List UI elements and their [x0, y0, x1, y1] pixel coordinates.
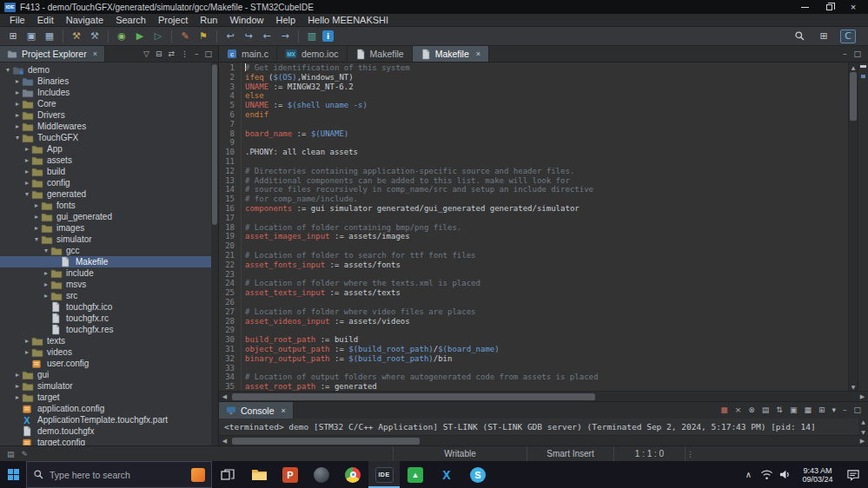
- tray-chevron-up-icon[interactable]: ∧: [740, 470, 757, 479]
- tree-item-drivers[interactable]: ▸Drivers: [0, 109, 218, 121]
- code-content[interactable]: # Get identification of this systemifeq …: [242, 63, 848, 391]
- touchgfx-designer-icon[interactable]: ▲: [400, 461, 431, 488]
- filter-icon[interactable]: ▽: [143, 50, 149, 58]
- expander-closed-icon[interactable]: ▸: [13, 100, 22, 108]
- editor-tab-demo-ioc[interactable]: MXdemo.ioc: [277, 46, 348, 62]
- menu-hello-meenakshi[interactable]: Hello MEENAKSHI: [301, 14, 394, 26]
- code-line[interactable]: [245, 364, 848, 373]
- toolbar-cpp-perspective-button[interactable]: C: [840, 30, 856, 43]
- status-grip-icon[interactable]: ⋮: [686, 446, 694, 461]
- tree-item-makefile[interactable]: Makefile: [0, 256, 218, 267]
- code-line[interactable]: board_name := $(UNAME): [245, 129, 848, 139]
- code-line[interactable]: object_output_path := $(build_root_path)…: [245, 345, 848, 354]
- tree-item-simulator[interactable]: ▸simulator: [0, 380, 218, 392]
- toolbar-save-icon[interactable]: ▣: [23, 30, 39, 43]
- clear-console-icon[interactable]: ▤: [762, 406, 770, 414]
- menu-window[interactable]: Window: [223, 14, 269, 26]
- remove-launch-icon[interactable]: ×: [735, 406, 742, 414]
- pin-console-icon[interactable]: ▣: [790, 406, 798, 414]
- tree-item-touchgfx-ico[interactable]: touchgfx.ico: [0, 301, 218, 313]
- console-output[interactable]: <terminated> demo [STM32 C/C++ Applicati…: [219, 419, 868, 435]
- taskbar-search[interactable]: Type here to search: [26, 461, 212, 488]
- expander-closed-icon[interactable]: ▸: [13, 89, 22, 96]
- toolbar-search-icon[interactable]: [792, 30, 807, 43]
- toolbar-pencil-icon[interactable]: ✎: [177, 30, 193, 43]
- scroll-lock-icon[interactable]: ⇅: [776, 406, 783, 414]
- tree-item-simulator[interactable]: ▾simulator: [0, 234, 218, 245]
- minimize-view-icon[interactable]: –: [843, 50, 847, 58]
- tree-item-app[interactable]: ▸App: [0, 143, 218, 155]
- code-line[interactable]: [245, 241, 848, 251]
- code-line[interactable]: [245, 326, 848, 335]
- tree-item-includes[interactable]: ▸Includes: [0, 87, 218, 98]
- tree-item-applicationtemplate-touchgfx-part[interactable]: XApplicationTemplate.touchgfx.part: [0, 414, 218, 425]
- scroll-up-icon[interactable]: ▲: [849, 63, 858, 71]
- code-line[interactable]: # source files recursively in comp_name/…: [245, 185, 848, 195]
- open-console-icon[interactable]: ⊞: [818, 406, 825, 414]
- code-line[interactable]: # Location of output folders where autog…: [245, 373, 848, 382]
- expander-closed-icon[interactable]: ▸: [23, 337, 31, 345]
- tree-item-texts[interactable]: ▸texts: [0, 335, 218, 346]
- action-center-icon[interactable]: [842, 469, 865, 481]
- toolbar-info-icon[interactable]: i: [322, 30, 334, 42]
- expander-closed-icon[interactable]: ▸: [23, 168, 31, 175]
- code-line[interactable]: # Location of folder where the texts.xml…: [245, 279, 848, 288]
- expander-closed-icon[interactable]: ▸: [32, 201, 41, 209]
- annotation-mark[interactable]: [861, 75, 865, 78]
- minimize-view-icon[interactable]: –: [843, 406, 847, 414]
- start-button[interactable]: [0, 461, 26, 488]
- file-explorer-icon[interactable]: [243, 461, 275, 488]
- tree-item-generated[interactable]: ▾generated: [0, 188, 218, 200]
- toolbar-bookmark-flag-icon[interactable]: ⚑: [195, 30, 211, 43]
- code-line[interactable]: # Directories containing application-spe…: [245, 167, 848, 176]
- code-line[interactable]: [245, 138, 848, 148]
- code-line[interactable]: asset_texts_input := assets/texts: [245, 288, 848, 298]
- scroll-down-icon[interactable]: ▼: [849, 382, 858, 391]
- toolbar-new-wizard-icon[interactable]: ⊞: [5, 30, 21, 43]
- editor-hscroll-thumb[interactable]: [232, 393, 595, 400]
- expander-closed-icon[interactable]: ▸: [13, 77, 22, 85]
- tree-item-touchgfx-rc[interactable]: touchgfx.rc: [0, 313, 218, 324]
- code-line[interactable]: [245, 214, 848, 223]
- link-with-editor-icon[interactable]: ⇄: [168, 50, 175, 58]
- scroll-left-icon[interactable]: ◀: [219, 392, 230, 401]
- expander-closed-icon[interactable]: ▸: [13, 111, 22, 119]
- expander-closed-icon[interactable]: ▸: [13, 382, 22, 390]
- close-tab-icon[interactable]: ×: [476, 49, 480, 58]
- chrome-icon[interactable]: [337, 461, 368, 488]
- close-view-icon[interactable]: ×: [93, 49, 97, 58]
- tree-item-target-config[interactable]: target.config: [0, 437, 218, 445]
- expander-open-icon[interactable]: ▾: [13, 134, 22, 142]
- tree-item-msvs[interactable]: ▸msvs: [0, 279, 218, 290]
- menu-search[interactable]: Search: [109, 14, 152, 26]
- code-line[interactable]: # for comp_name/include.: [245, 195, 848, 204]
- terminate-icon[interactable]: ■: [720, 406, 728, 414]
- scroll-right-icon[interactable]: ▶: [857, 392, 868, 401]
- expander-closed-icon[interactable]: ▸: [23, 145, 31, 153]
- console-hscroll-thumb[interactable]: [232, 438, 420, 445]
- tree-item-middlewares[interactable]: ▸Middlewares: [0, 121, 218, 132]
- maximize-view-icon[interactable]: □: [853, 50, 861, 58]
- window-restore-button[interactable]: [824, 2, 834, 12]
- editor-vscroll-thumb[interactable]: [850, 72, 857, 121]
- volume-icon[interactable]: [777, 469, 793, 480]
- explorer-scrollbar-thumb[interactable]: [212, 64, 217, 225]
- menu-help[interactable]: Help: [270, 14, 302, 26]
- cursor-position-mark[interactable]: [860, 65, 866, 68]
- menu-project[interactable]: Project: [152, 14, 194, 26]
- expander-closed-icon[interactable]: ▸: [32, 224, 41, 232]
- expander-open-icon[interactable]: ▾: [32, 235, 41, 243]
- console-scroll-right-icon[interactable]: ▶: [857, 436, 868, 445]
- toolbar-forward-icon[interactable]: →: [277, 30, 293, 43]
- console-scroll-up-icon[interactable]: ▲: [861, 419, 865, 425]
- code-line[interactable]: asset_images_input := assets/images: [245, 232, 848, 241]
- project-explorer-tab[interactable]: Project Explorer ×: [0, 46, 105, 62]
- expander-closed-icon[interactable]: ▸: [32, 213, 41, 221]
- code-line[interactable]: ifeq ($(OS),Windows_NT): [245, 73, 848, 82]
- toolbar-build-all-icon[interactable]: ⚒: [87, 30, 103, 43]
- code-line[interactable]: [245, 298, 848, 307]
- expander-open-icon[interactable]: ▾: [42, 247, 50, 254]
- menu-file[interactable]: File: [3, 14, 31, 26]
- toolbar-run-icon[interactable]: ▶: [132, 30, 148, 43]
- code-line[interactable]: # Get identification of this system: [245, 63, 848, 73]
